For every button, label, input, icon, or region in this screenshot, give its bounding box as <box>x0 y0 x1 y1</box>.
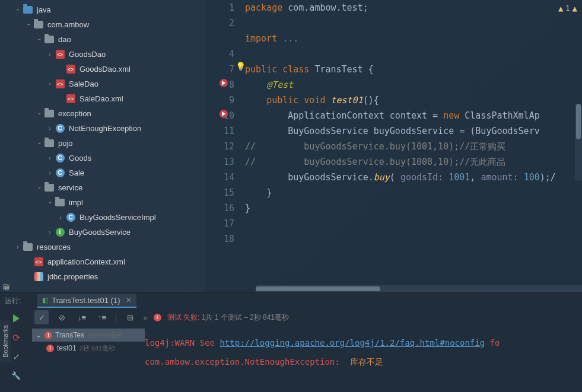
run-class-icon[interactable] <box>220 79 230 87</box>
tree-label: GoodsDao.xml <box>79 65 131 74</box>
tree-label: resources <box>37 243 71 251</box>
warning-icon: ▲ <box>573 4 577 13</box>
tree-label: BuyGoodsService <box>69 228 131 237</box>
tree-label: Sale <box>69 168 84 177</box>
bulb-icon[interactable]: 💡 <box>235 62 246 71</box>
tree-label: Goods <box>69 154 91 162</box>
tree-item[interactable]: <>applicationContext.xml <box>0 254 206 269</box>
chevron-down-icon: ⌄ <box>36 331 42 339</box>
tree-item[interactable]: ›pojo <box>0 136 206 151</box>
console-output[interactable]: log4j:WARN See http://logging.apache.org… <box>145 326 582 392</box>
show-ignored-button[interactable]: ⊘ <box>55 310 69 324</box>
tree-label: NotEnoughException <box>69 124 141 133</box>
rerun-button[interactable] <box>9 312 23 325</box>
test-status-fail: 测试 失败: <box>167 313 200 321</box>
chevron-icon: › <box>45 155 55 161</box>
editor-hscroll[interactable] <box>256 285 582 292</box>
tree-item[interactable]: ›exception <box>0 106 206 121</box>
folder-icon <box>23 242 33 253</box>
inspection-badge[interactable]: ▲ 1 ▲ <box>558 4 577 13</box>
xml-icon: <> <box>33 257 44 267</box>
tree-item[interactable]: ›CNotEnoughException <box>0 121 206 136</box>
folder-icon <box>44 109 55 119</box>
close-icon[interactable]: ✕ <box>126 296 132 304</box>
chevron-icon: › <box>36 139 43 148</box>
rerun-failed-button[interactable]: ⟳ <box>9 331 23 344</box>
sort-up-button[interactable]: ↑≡ <box>95 310 109 324</box>
chevron-icon: › <box>36 35 43 44</box>
chevron-icon: › <box>56 214 65 221</box>
bookmarks-tab[interactable]: Bookmarks <box>0 320 11 362</box>
test-tree[interactable]: ⌄!TransTes2秒 841毫秒!test012秒 841毫秒 <box>32 326 145 392</box>
folder-icon <box>44 34 55 45</box>
tree-label: jdbc.properties <box>47 272 98 281</box>
chevron-icon: › <box>15 5 21 15</box>
tree-item[interactable]: <>SaleDao.xml <box>0 91 206 106</box>
code-editor[interactable]: ▲ 1 ▲ 124789101112131415161718 💡 package… <box>206 0 582 292</box>
xml-icon: <> <box>65 94 76 104</box>
test-time: 2秒 841毫秒 <box>79 344 116 353</box>
run-config-tab[interactable]: ◧ TransTest.test01 (1) ✕ <box>37 294 136 308</box>
tree-item[interactable]: ›com.ambow <box>0 17 206 32</box>
tree-item[interactable]: <>GoodsDao.xml <box>0 62 206 77</box>
chevron-icon: › <box>26 20 32 30</box>
class-icon: C <box>65 212 76 223</box>
test-toolbar: ✓ ⊘ ↓≡ ↑≡ | ⊟ » ! 测试 失败: 1共 1 个测试 – 2秒 8… <box>32 308 582 326</box>
tree-label: applicationContext.xml <box>47 257 125 266</box>
run-panel: 运行: ◧ TransTest.test01 (1) ✕ ⟳ ⤢ 🔧 ✓ ⊘ ↓… <box>0 292 582 392</box>
folder-icon <box>33 20 44 30</box>
expand-button[interactable]: ⊟ <box>123 310 137 324</box>
chevron-icon: › <box>45 125 55 132</box>
tree-item[interactable]: ›IBuyGoodsService <box>0 225 206 240</box>
chevron-icon: › <box>36 183 43 193</box>
xml-icon: <> <box>55 49 65 60</box>
sort-down-button[interactable]: ↓≡ <box>75 310 89 324</box>
tree-item[interactable]: ›<>SaleDao <box>0 77 206 91</box>
tree-item[interactable]: jdbc.properties <box>0 269 206 284</box>
tree-item[interactable]: ›dao <box>0 32 206 47</box>
toggle-button[interactable]: ⤢ <box>9 350 23 363</box>
chevron-icon: › <box>45 229 55 235</box>
show-passed-button[interactable]: ✓ <box>34 310 49 324</box>
test-item[interactable]: ⌄!TransTes2秒 841毫秒 <box>32 329 145 342</box>
xml-icon: <> <box>55 79 65 90</box>
error-icon: ! <box>154 314 161 321</box>
tree-label: impl <box>69 198 83 207</box>
test-time: 2秒 841毫秒 <box>87 331 123 340</box>
tree-item[interactable]: ›impl <box>0 195 206 210</box>
properties-icon <box>33 272 44 282</box>
settings-button[interactable]: 🔧 <box>9 369 23 382</box>
tree-label: SaleDao <box>69 79 98 88</box>
tree-label: java <box>37 5 51 14</box>
tree-item[interactable]: ›<>GoodsDao <box>0 47 206 62</box>
tree-item[interactable]: ›resources <box>0 240 206 254</box>
editor-vscroll[interactable] <box>575 104 582 181</box>
tree-item[interactable]: ›CBuyGoodsServiceImpl <box>0 210 206 225</box>
tree-item[interactable]: ›service <box>0 180 206 195</box>
tree-item[interactable]: ›java <box>0 2 206 17</box>
tree-item[interactable]: ›CGoods <box>0 151 206 165</box>
test-item[interactable]: !test012秒 841毫秒 <box>32 342 145 355</box>
warning-icon: ▲ <box>558 4 563 13</box>
code-area[interactable]: package com.ambow.test; import ... publi… <box>245 0 582 292</box>
test-status-detail: 1共 1 个测试 – 2秒 841毫秒 <box>199 313 289 321</box>
structure-tab[interactable]: 结构 <box>0 294 12 298</box>
run-test-icon[interactable] <box>220 110 230 118</box>
line-gutter: 124789101112131415161718 <box>206 0 245 292</box>
tree-label: service <box>58 183 82 192</box>
tree-label: BuyGoodsServiceImpl <box>79 213 156 222</box>
test-name: TransTes <box>55 331 84 339</box>
test-icon: ◧ <box>42 297 48 304</box>
log4j-link[interactable]: http://logging.apache.org/log4j/1.2/faq.… <box>220 338 485 348</box>
project-tree[interactable]: ›java›com.ambow›dao›<>GoodsDao<>GoodsDao… <box>0 0 206 292</box>
chevron-icon: › <box>45 81 55 87</box>
tree-label: SaleDao.xml <box>79 94 123 103</box>
folder-icon <box>55 197 65 208</box>
tree-item[interactable]: ›CSale <box>0 165 206 180</box>
run-tab-label: TransTest.test01 (1) <box>52 296 120 305</box>
tree-label: exception <box>58 109 91 118</box>
class-icon: C <box>55 168 65 179</box>
xml-icon: <> <box>65 64 76 75</box>
chevron-icon: › <box>45 170 55 176</box>
class-icon: C <box>55 123 65 134</box>
